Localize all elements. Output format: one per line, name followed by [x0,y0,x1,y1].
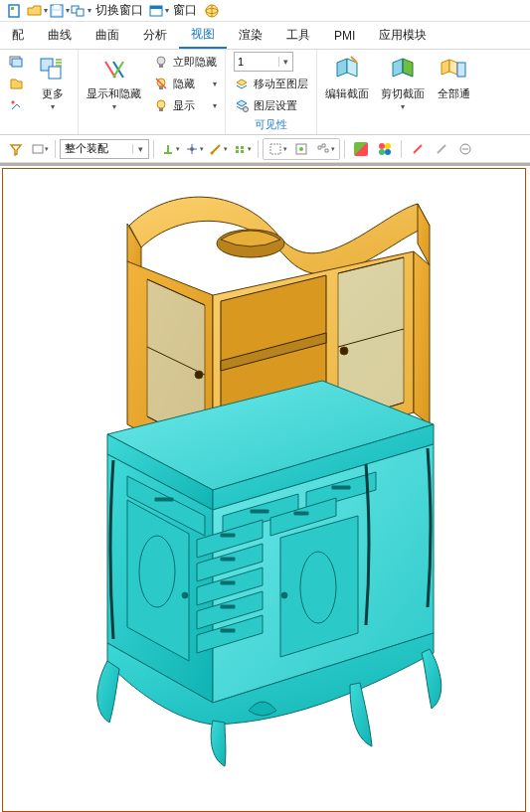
menu-tab-app[interactable]: 应用模块 [367,22,439,49]
all-section-icon [438,54,469,85]
t2-btn-4[interactable] [230,138,254,160]
t2-sel-1[interactable] [265,138,289,160]
quick-access-toolbar: 切换窗口 窗口 [0,0,530,22]
t2-btn-1[interactable] [158,138,182,160]
t2-sel-2[interactable] [289,138,313,160]
show-button[interactable]: 显示 ▾ [149,95,221,115]
svg-point-19 [157,100,165,108]
qat-globe-icon[interactable] [201,1,223,21]
svg-point-32 [385,149,391,155]
ribbon-group-left: 更多 ▾ [0,50,79,134]
show-hide-icon [98,54,130,85]
edit-section-icon [331,54,363,85]
more-icon [37,54,69,85]
svg-rect-46 [221,605,235,608]
clip-section-button[interactable]: 剪切截面 ▾ [377,52,429,113]
lightbulb-off-icon [153,54,169,70]
lightbulb-on-icon [153,97,169,113]
svg-rect-23 [33,145,43,153]
t2-slash-3[interactable] [453,138,477,160]
hide-now-button[interactable]: 立即隐藏 [149,52,221,72]
left-small-2[interactable] [4,74,28,93]
svg-point-49 [281,592,287,598]
layers-move-icon [234,76,250,91]
svg-point-30 [385,143,391,149]
t2-slash-1[interactable] [406,138,430,160]
svg-point-36 [340,347,348,355]
menu-tab-pmi[interactable]: PMI [322,22,367,49]
secondary-toolbar: 整个装配 ▾ [0,135,530,163]
svg-rect-1 [11,7,14,10]
show-hide-button[interactable]: 显示和隐藏 ▾ [83,52,145,113]
svg-rect-43 [294,512,308,515]
left-small-3[interactable] [4,95,28,115]
layer-number-combo[interactable]: ▾ [230,52,312,72]
all-section-button[interactable]: 全部通 [433,52,474,102]
svg-point-35 [195,371,203,379]
svg-rect-6 [77,9,84,16]
ribbon-group-sections: 编辑截面 剪切截面 ▾ 全部通 [317,50,478,134]
switch-window-label[interactable]: 切换窗口 [91,2,147,19]
svg-rect-3 [54,5,60,9]
t2-sel-3[interactable] [313,138,337,160]
assembly-scope-combo[interactable]: 整个装配 ▾ [60,139,149,159]
group-title-visibility: 可见性 [255,116,287,132]
more-button[interactable]: 更多 ▾ [32,52,74,113]
svg-point-15 [157,57,165,65]
viewport[interactable] [0,163,530,812]
model-view[interactable] [0,166,530,802]
menu-tab-surfaces[interactable]: 曲面 [84,22,131,49]
svg-rect-4 [53,11,61,15]
svg-rect-0 [9,5,19,17]
switch-window-button[interactable] [70,1,91,21]
svg-point-29 [379,143,385,149]
hide-button[interactable]: 隐藏 ▾ [149,74,221,93]
svg-rect-44 [221,558,235,561]
menu-tab-analyze[interactable]: 分析 [131,22,179,49]
svg-rect-45 [221,581,235,584]
layer-number-input[interactable] [235,56,278,68]
svg-rect-8 [150,6,162,9]
clip-section-icon [387,54,419,85]
menu-tab-tools[interactable]: 工具 [274,22,322,49]
select-mode-group [263,138,340,160]
svg-point-25 [210,151,213,154]
window-button[interactable] [147,1,169,21]
svg-rect-20 [159,108,163,111]
layers-settings-icon [234,97,250,113]
svg-rect-39 [155,498,173,501]
qat-open-icon[interactable] [26,1,48,21]
lightbulb-red-icon [153,76,169,91]
svg-rect-41 [332,486,350,489]
left-small-1[interactable] [4,52,28,72]
ribbon-group-showhide: 显示和隐藏 ▾ 立即隐藏 隐藏 ▾ 显示 ▾ [79,50,226,134]
window-label[interactable]: 窗口 [169,2,201,19]
svg-rect-16 [159,65,163,68]
svg-rect-26 [270,144,280,154]
filter-button[interactable] [4,138,28,160]
qat-new-icon[interactable] [4,1,26,21]
edit-section-button[interactable]: 编辑截面 [321,52,373,102]
svg-point-31 [379,149,385,155]
menu-tab-view[interactable]: 视图 [179,22,227,49]
svg-point-28 [299,147,303,151]
t2-btn-3[interactable] [206,138,230,160]
move-to-layer-button[interactable]: 移动至图层 [230,74,312,93]
svg-rect-42 [221,534,235,537]
layer-settings-button[interactable]: 图层设置 [230,95,312,115]
svg-rect-14 [49,67,61,79]
t2-colorbox[interactable] [349,138,373,160]
qat-save-icon[interactable] [48,1,70,21]
svg-rect-18 [159,86,163,89]
menu-tab-curves[interactable]: 曲线 [36,22,84,49]
t2-colorpuck-1[interactable] [373,138,397,160]
menu-tab-0[interactable]: 配 [0,22,36,49]
svg-rect-22 [457,63,465,77]
svg-point-21 [244,107,249,112]
menu-tab-render[interactable]: 渲染 [227,22,274,49]
menu-bar: 配 曲线 曲面 分析 视图 渲染 工具 PMI 应用模块 [0,22,530,50]
t2-slash-2[interactable] [430,138,453,160]
t2-btn-2[interactable] [182,138,206,160]
filter-mode-button[interactable] [28,138,51,160]
svg-point-48 [182,592,188,598]
